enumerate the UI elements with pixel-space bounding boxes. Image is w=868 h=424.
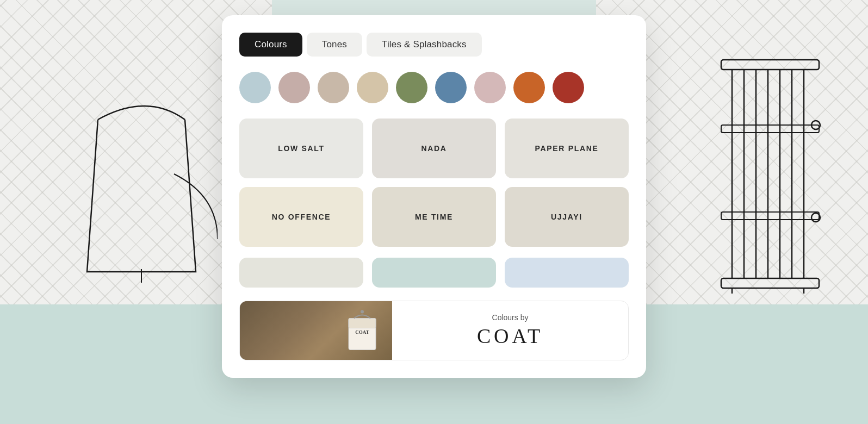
color-card-partial-1[interactable]: [239, 258, 363, 288]
modal-card: Colours Tones Tiles & Splashbacks LOW SA…: [222, 15, 646, 378]
coat-brand-name: COAT: [477, 324, 543, 348]
color-card-low-salt[interactable]: LOW SALT: [239, 119, 363, 178]
swatch-blue[interactable]: [435, 72, 467, 103]
svg-rect-17: [349, 319, 376, 328]
swatch-rust-red[interactable]: [553, 72, 584, 103]
color-card-no-offence[interactable]: NO OFFENCE: [239, 187, 363, 247]
color-card-ujjayi[interactable]: UJJAYI: [505, 187, 629, 247]
color-card-partial-2[interactable]: [372, 258, 496, 288]
tab-colours[interactable]: Colours: [239, 33, 302, 57]
color-card-label-no-offence: NO OFFENCE: [272, 213, 331, 221]
bathtub-illustration: [65, 76, 218, 283]
coat-banner[interactable]: COAT Colours by COAT: [239, 301, 629, 360]
color-card-partial-3[interactable]: [505, 258, 629, 288]
colours-by-label: Colours by: [492, 313, 529, 322]
color-cards-grid: LOW SALT NADA PAPER PLANE NO OFFENCE ME …: [239, 119, 629, 247]
svg-point-19: [361, 310, 364, 314]
swatch-light-blue[interactable]: [239, 72, 271, 103]
color-card-paper-plane[interactable]: PAPER PLANE: [505, 119, 629, 178]
svg-rect-1: [721, 60, 819, 70]
coat-text-area: Colours by COAT: [392, 302, 628, 359]
svg-rect-2: [721, 278, 819, 288]
tab-tones[interactable]: Tones: [307, 33, 362, 57]
swatch-blush[interactable]: [474, 72, 506, 103]
swatch-taupe[interactable]: [318, 72, 349, 103]
color-card-label-low-salt: LOW SALT: [278, 144, 325, 153]
swatch-cream[interactable]: [357, 72, 388, 103]
tabs-container: Colours Tones Tiles & Splashbacks: [239, 33, 629, 57]
color-cards-partial-grid: [239, 258, 629, 288]
swatch-dusty-pink[interactable]: [278, 72, 310, 103]
tab-tiles[interactable]: Tiles & Splashbacks: [367, 33, 482, 57]
color-card-nada[interactable]: NADA: [372, 119, 496, 178]
color-card-label-nada: NADA: [421, 144, 447, 153]
swatches-container: [239, 72, 629, 103]
coat-image-background: COAT: [240, 301, 392, 360]
color-card-me-time[interactable]: ME TIME: [372, 187, 496, 247]
coat-image: COAT: [240, 301, 392, 360]
color-card-label-ujjayi: UJJAYI: [551, 213, 582, 221]
svg-text:COAT: COAT: [355, 329, 369, 335]
color-card-label-me-time: ME TIME: [415, 213, 453, 221]
swatch-terracotta[interactable]: [513, 72, 545, 103]
radiator-illustration: [716, 54, 824, 294]
swatch-sage-green[interactable]: [396, 72, 427, 103]
color-card-label-paper-plane: PAPER PLANE: [535, 144, 598, 153]
